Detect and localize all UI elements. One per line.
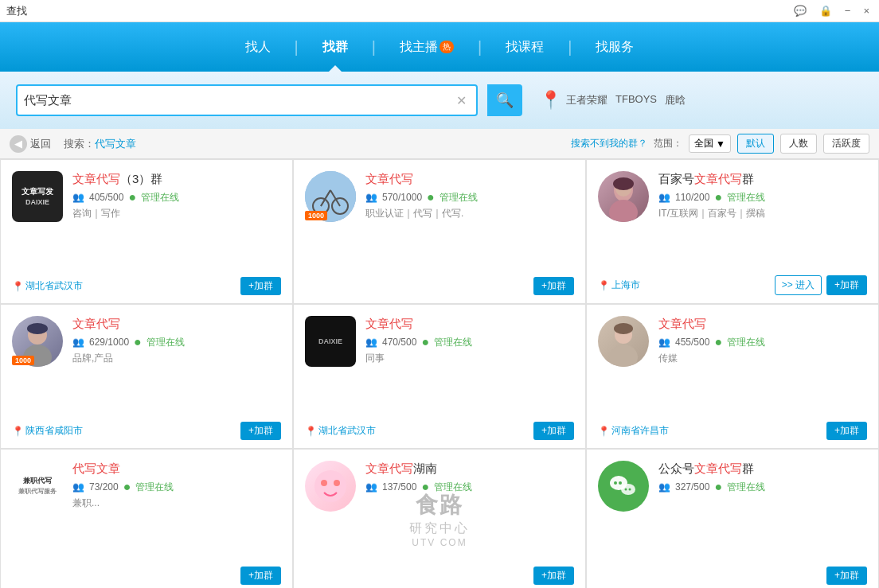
- hot-search-1[interactable]: 王者荣耀: [566, 93, 607, 107]
- pin-icon: 📍: [305, 426, 317, 437]
- nav-item-findpeople[interactable]: 找人: [221, 22, 295, 72]
- members-icon: 👥: [658, 337, 670, 348]
- avatar-wrap: [598, 171, 649, 222]
- avatar: 文章写发DAIXIE: [12, 171, 63, 222]
- card-title: 文章代写: [365, 316, 574, 332]
- search-button[interactable]: 🔍: [487, 84, 522, 116]
- hot-search-3[interactable]: 鹿晗: [665, 93, 686, 107]
- join-button[interactable]: +加群: [240, 277, 281, 295]
- online-dot: ●: [421, 336, 429, 349]
- clear-icon[interactable]: ✕: [456, 93, 467, 108]
- message-icon[interactable]: 💬: [791, 5, 810, 17]
- join-button[interactable]: +加群: [533, 277, 574, 295]
- minimize-btn[interactable]: −: [842, 5, 854, 17]
- result-card: DAIXIE文章代写👥470/500●管理在线同事📍湖北省武汉市+加群: [294, 305, 585, 448]
- members-icon: 👥: [658, 192, 670, 203]
- results-container: 文章写发DAIXIE文章代写（3）群👥405/500●管理在线咨询｜写作📍湖北省…: [0, 159, 879, 588]
- location-text: 📍上海市: [598, 278, 640, 292]
- card-tags: 职业认证｜代写｜代写.: [365, 207, 574, 220]
- member-count: 405/500: [89, 192, 123, 203]
- avatar-badge: 1000: [305, 211, 327, 220]
- back-arrow-icon: ◀: [10, 135, 27, 153]
- card-tags: 兼职...: [72, 496, 281, 510]
- online-dot: ●: [123, 481, 131, 493]
- sort-default[interactable]: 默认: [737, 134, 774, 154]
- join-button[interactable]: +加群: [826, 422, 867, 440]
- result-card: 文章代写湖南👥137/500●管理在线+加群: [294, 450, 585, 588]
- result-card: 公众号文章代写群👥327/500●管理在线+加群: [587, 450, 878, 588]
- card-title: 百家号文章代写群: [658, 171, 867, 187]
- join-button[interactable]: +加群: [533, 567, 574, 585]
- member-count: 470/500: [382, 337, 416, 348]
- nav-item-findhost[interactable]: 找主播 热: [376, 22, 478, 72]
- location-text: 📍河南省许昌市: [598, 424, 669, 438]
- join-button[interactable]: +加群: [826, 275, 867, 295]
- range-select[interactable]: 全国 ▼: [689, 134, 731, 153]
- svg-point-12: [27, 323, 48, 334]
- avatar-badge: 1000: [12, 356, 34, 365]
- card-tags: 品牌,产品: [72, 352, 281, 365]
- sort-members[interactable]: 人数: [780, 134, 817, 154]
- no-result-link[interactable]: 搜索不到我的群？: [571, 137, 647, 150]
- svg-point-7: [609, 200, 638, 222]
- svg-point-24: [629, 489, 631, 491]
- members-icon: 👥: [658, 481, 670, 493]
- nav-item-findgroup[interactable]: 找群: [299, 22, 372, 72]
- join-button[interactable]: +加群: [240, 567, 281, 585]
- avatar: DAIXIE: [305, 316, 356, 367]
- result-card: 文章代写👥455/500●管理在线传媒📍河南省许昌市+加群: [587, 305, 878, 448]
- location-area: 📍 王者荣耀 TFBOYS 鹿晗: [540, 90, 686, 111]
- avatar-wrap: 文章写发DAIXIE: [12, 171, 63, 222]
- svg-point-21: [619, 481, 622, 485]
- app-title: 查找: [6, 4, 27, 18]
- nav-item-findcourse[interactable]: 找课程: [482, 22, 568, 72]
- pin-icon: 📍: [12, 281, 24, 292]
- card-tags: 咨询｜写作: [72, 207, 281, 220]
- svg-point-18: [334, 480, 340, 486]
- back-button[interactable]: ◀ 返回: [10, 135, 51, 153]
- nav-item-findservice[interactable]: 找服务: [572, 22, 658, 72]
- members-icon: 👥: [365, 481, 377, 493]
- sort-activity[interactable]: 活跃度: [823, 134, 869, 154]
- join-button[interactable]: +加群: [826, 567, 867, 585]
- avatar: [598, 461, 649, 512]
- location-text: 📍湖北省武汉市: [305, 424, 376, 438]
- results-grid: 文章写发DAIXIE文章代写（3）群👥405/500●管理在线咨询｜写作📍湖北省…: [0, 159, 879, 588]
- member-count: 570/1000: [382, 192, 422, 203]
- results-toolbar: ◀ 返回 搜索：代写文章 搜索不到我的群？ 范围： 全国 ▼ 默认 人数 活跃度: [0, 129, 879, 159]
- join-button[interactable]: +加群: [240, 422, 281, 440]
- online-status: 管理在线: [434, 336, 472, 349]
- window-controls: 💬 🔒 − ×: [791, 5, 873, 17]
- join-button[interactable]: +加群: [533, 422, 574, 440]
- location-icon: 📍: [540, 90, 561, 111]
- online-status: 管理在线: [727, 191, 765, 204]
- member-count: 137/500: [382, 481, 416, 493]
- card-tags: IT/互联网｜百家号｜撰稿: [658, 207, 867, 220]
- online-status: 管理在线: [440, 191, 478, 204]
- avatar-wrap: [598, 316, 649, 367]
- title-bar: 查找 💬 🔒 − ×: [0, 0, 879, 22]
- online-status: 管理在线: [727, 481, 765, 494]
- svg-point-9: [613, 177, 634, 190]
- location-text: 📍陕西省咸阳市: [12, 424, 83, 438]
- online-status: 管理在线: [434, 481, 472, 494]
- result-card: 兼职代写兼职代写服务代写文章👥73/200●管理在线兼职...+加群: [1, 450, 292, 588]
- avatar-wrap: 兼职代写兼职代写服务: [12, 461, 63, 512]
- member-count: 629/1000: [89, 337, 129, 348]
- avatar-wrap: DAIXIE: [305, 316, 356, 367]
- online-status: 管理在线: [135, 481, 174, 494]
- online-status: 管理在线: [146, 336, 185, 349]
- svg-point-20: [614, 481, 617, 485]
- close-btn[interactable]: ×: [860, 5, 873, 17]
- hot-search-2[interactable]: TFBOYS: [615, 93, 657, 107]
- svg-point-23: [625, 489, 627, 491]
- pin-icon: 📍: [12, 426, 24, 437]
- card-title: 文章代写: [365, 171, 574, 187]
- avatar: 兼职代写兼职代写服务: [12, 461, 63, 512]
- lock-icon[interactable]: 🔒: [816, 5, 835, 17]
- online-dot: ●: [134, 336, 142, 349]
- member-count: 73/200: [89, 481, 119, 493]
- svg-point-16: [314, 470, 346, 502]
- search-input[interactable]: [24, 94, 456, 107]
- enter-button[interactable]: >> 进入: [775, 275, 822, 295]
